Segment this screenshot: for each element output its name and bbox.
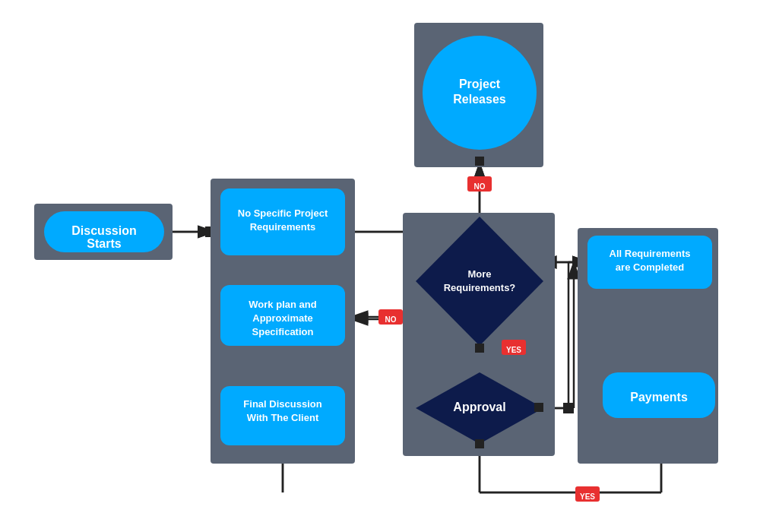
discussion-starts-label2: Starts — [87, 237, 121, 250]
junction-approval-bottom — [475, 439, 484, 448]
work-plan-label3: Specification — [252, 326, 314, 337]
more-req-label2: Requirements? — [444, 282, 516, 293]
all-req-label1: All Requirements — [610, 248, 691, 259]
approval-label: Approval — [453, 401, 505, 413]
junction-top — [475, 157, 484, 166]
payments-label: Payments — [630, 391, 688, 404]
project-releases-label2: Releases — [453, 93, 505, 106]
no-badge-top-label: NO — [474, 182, 486, 191]
no-specific-label1: No Specific Project — [238, 207, 328, 219]
junction-approval-top — [475, 344, 484, 353]
work-plan-label2: Approximate — [252, 312, 312, 324]
final-discussion-label1: Final Discussion — [243, 398, 321, 410]
no-specific-label2: Requirements — [250, 221, 316, 233]
project-releases-label1: Project — [459, 78, 501, 90]
all-req-label2: are Completed — [616, 261, 684, 273]
junction-approval-right — [534, 403, 543, 412]
work-plan-label1: Work plan and — [249, 299, 316, 310]
yes-badge-top-label: YES — [506, 346, 521, 354]
no-badge-left-label: NO — [385, 315, 397, 324]
more-req-label1: More — [467, 268, 491, 280]
yes-badge-bottom-label: YES — [580, 492, 595, 501]
discussion-starts-label: Discussion — [71, 224, 136, 237]
final-discussion-label2: With The Client — [247, 412, 319, 423]
